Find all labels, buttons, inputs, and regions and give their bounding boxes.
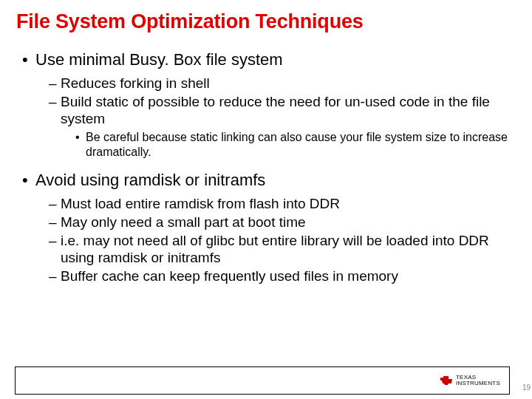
bullet-text: Buffer cache can keep frequently used fi… <box>61 268 398 284</box>
bullet-item: Build static of possible to reduce the n… <box>49 93 516 160</box>
page-number: 19 <box>522 383 531 392</box>
bullet-item: Reduces forking in shell <box>49 75 516 92</box>
bullet-item: Avoid using ramdisk or initramfs Must lo… <box>22 170 516 284</box>
bullet-item: i.e. may not need all of glibc but entir… <box>49 232 516 266</box>
bullet-item: May only need a small part at boot time <box>49 214 516 231</box>
bullet-text: Reduces forking in shell <box>61 75 210 91</box>
bullet-list-sub: Reduces forking in shell Build static of… <box>49 75 516 160</box>
bullet-item: Use minimal Busy. Box file system Reduce… <box>22 50 516 160</box>
bullet-text: Build static of possible to reduce the n… <box>61 94 490 126</box>
bullet-item: Must load entire ramdisk from flash into… <box>49 195 516 212</box>
bullet-item: Buffer cache can keep frequently used fi… <box>49 267 516 284</box>
bullet-list: Use minimal Busy. Box file system Reduce… <box>22 50 516 160</box>
ti-text-line2: INSTRUMENTS <box>456 381 500 386</box>
bullet-text: Avoid using ramdisk or initramfs <box>35 171 265 189</box>
ti-chip-icon <box>440 375 453 386</box>
bullet-list-subsub: Be careful because static linking can al… <box>75 130 516 160</box>
bullet-text: i.e. may not need all of glibc but entir… <box>61 233 489 265</box>
bullet-text: Must load entire ramdisk from flash into… <box>61 196 340 211</box>
bullet-item: Be careful because static linking can al… <box>75 130 516 160</box>
spacer <box>16 163 516 170</box>
bullet-text: Use minimal Busy. Box file system <box>35 50 283 69</box>
footer-box: TEXAS INSTRUMENTS <box>15 366 510 395</box>
bullet-text: May only need a small part at boot time <box>61 214 306 230</box>
slide: File System Optimization Techniques Use … <box>0 0 532 399</box>
bullet-list-sub: Must load entire ramdisk from flash into… <box>49 195 516 285</box>
slide-title: File System Optimization Techniques <box>16 10 516 33</box>
ti-logo: TEXAS INSTRUMENTS <box>440 375 500 386</box>
bullet-list: Avoid using ramdisk or initramfs Must lo… <box>22 170 516 284</box>
ti-logo-text: TEXAS INSTRUMENTS <box>456 375 500 386</box>
bullet-text: Be careful because static linking can al… <box>86 131 508 158</box>
